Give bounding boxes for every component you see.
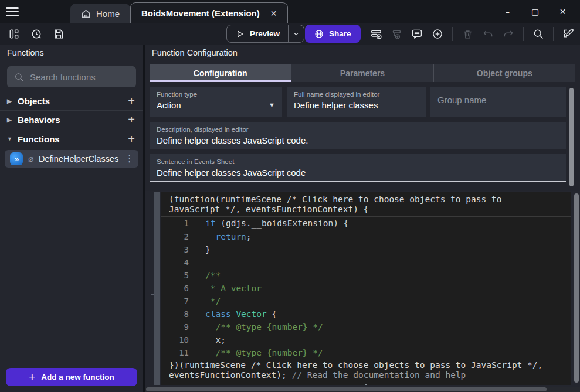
tab-strip: Home BoidsMovement (Extension) ✕: [70, 2, 288, 23]
line-number: 5: [161, 269, 194, 282]
code-line-7[interactable]: 7 */: [161, 295, 571, 308]
function-item-definehelperclasses[interactable]: » ⌀ DefineHelperClasses ⋮: [5, 150, 138, 168]
configuration-form: Function type Action ▼ Full name display…: [150, 87, 575, 189]
preview-dropdown-icon[interactable]: [289, 25, 304, 42]
home-icon: [81, 9, 91, 19]
code-line-5[interactable]: 5/**: [161, 269, 571, 282]
code-line-2[interactable]: 2 return;: [161, 230, 571, 243]
code-line-8[interactable]: 8class Vector {: [161, 308, 571, 321]
sidebar-section-functions[interactable]: ▼ Functions +: [0, 129, 143, 148]
description-field[interactable]: Description, displayed in editor Define …: [150, 122, 566, 149]
plus-icon: +: [29, 371, 35, 384]
tab-active-label: BoidsMovement (Extension): [141, 8, 260, 18]
line-number: 11: [161, 346, 194, 359]
code-line-10[interactable]: 10 x;: [161, 333, 571, 346]
add-new-function-label: Add a new function: [41, 373, 114, 381]
tab-boidsmovement-extension[interactable]: BoidsMovement (Extension) ✕: [130, 2, 288, 23]
toolbar-left-group: [6, 26, 67, 42]
item-overflow-menu-icon[interactable]: ⋮: [124, 154, 135, 164]
sidebar-section-behaviors[interactable]: ▶ Behaviors +: [0, 111, 143, 129]
undo-icon[interactable]: [480, 26, 496, 42]
tab-home[interactable]: Home: [70, 4, 130, 23]
chevron-down-icon[interactable]: ▼: [7, 136, 18, 142]
code-line-4[interactable]: 4: [161, 256, 571, 269]
tab-configuration[interactable]: Configuration: [150, 64, 291, 82]
line-content: return;: [194, 230, 571, 243]
events-vertical-scrollbar[interactable]: [574, 193, 579, 383]
add-object-icon[interactable]: +: [128, 94, 135, 108]
line-content: /** @type {number} */: [194, 346, 571, 359]
function-type-label: Function type: [157, 91, 275, 98]
sidebar-section-objects[interactable]: ▶ Objects +: [0, 92, 143, 111]
share-button[interactable]: Share: [305, 25, 361, 43]
open-project-manager-icon[interactable]: [6, 26, 22, 42]
section-label: Behaviors: [18, 115, 60, 125]
minimize-button[interactable]: –: [494, 0, 521, 23]
code-lines: 1if (gdjs.__boidsExtension) {2 return;3}…: [161, 216, 571, 359]
configuration-tabs: Configuration Parameters Object groups: [150, 64, 575, 82]
add-new-function-button[interactable]: + Add a new function: [6, 368, 137, 386]
globe-icon: [314, 29, 324, 39]
version-history-icon[interactable]: [28, 26, 45, 42]
code-wrapper-bottom[interactable]: })(runtimeScene /* Click here to choose …: [161, 359, 557, 380]
function-type-select[interactable]: Function type Action ▼: [150, 87, 282, 117]
scroll-hint-caret: ^: [161, 383, 571, 385]
js-code-editor[interactable]: (function(runtimeScene /* Click here to …: [161, 192, 571, 385]
tab-parameters[interactable]: Parameters: [291, 64, 433, 82]
event-drag-handle[interactable]: [154, 192, 160, 385]
search-functions-box[interactable]: [7, 66, 136, 87]
code-line-11[interactable]: 11 /** @type {number} */: [161, 346, 571, 359]
private-icon: ⌀: [28, 154, 33, 164]
chevron-right-icon[interactable]: ▶: [7, 98, 18, 104]
line-number: 3: [161, 243, 194, 256]
chevron-right-icon[interactable]: ▶: [7, 117, 18, 123]
maximize-button[interactable]: ▢: [521, 0, 549, 23]
dropdown-arrow-icon[interactable]: ▼: [269, 101, 275, 108]
line-content: if (gdjs.__boidsExtension) {: [194, 217, 571, 230]
preview-button[interactable]: Preview: [226, 25, 304, 43]
toolbar-divider: [553, 27, 554, 41]
group-name-field[interactable]: [430, 87, 566, 117]
share-label: Share: [329, 29, 351, 38]
group-name-input[interactable]: [437, 87, 559, 113]
line-number: 1: [161, 217, 194, 230]
function-configuration-panel: Function Configuration Configuration Par…: [145, 45, 580, 392]
events-horizontal-scrollbar[interactable]: [145, 387, 580, 392]
tab-close-icon[interactable]: ✕: [268, 8, 280, 19]
delete-icon[interactable]: [459, 26, 476, 42]
add-event-icon[interactable]: [368, 26, 384, 42]
save-icon[interactable]: [50, 26, 67, 42]
config-scrollbar[interactable]: [569, 88, 574, 186]
search-functions-input[interactable]: [30, 72, 147, 82]
edit-extension-icon[interactable]: [560, 26, 576, 42]
code-line-6[interactable]: 6 * A vector: [161, 282, 571, 295]
sentence-value: Define helper classes JavaScript code: [157, 168, 559, 178]
line-content: }: [194, 243, 571, 256]
sentence-field[interactable]: Sentence in Events Sheet Define helper c…: [150, 154, 566, 182]
main-menu-icon[interactable]: [6, 5, 21, 18]
code-wrapper-top[interactable]: (function(runtimeScene /* Click here to …: [161, 192, 544, 215]
tab-object-groups[interactable]: Object groups: [434, 64, 575, 82]
add-comment-icon[interactable]: [409, 26, 425, 42]
full-name-field[interactable]: Full name displayed in editor Define hel…: [287, 87, 426, 117]
code-line-1[interactable]: 1if (gdjs.__boidsExtension) {: [161, 216, 571, 230]
add-other-event-icon[interactable]: [429, 26, 446, 42]
description-value: Define helper classes JavaScript code.: [157, 135, 559, 145]
toolbar-divider: [523, 27, 524, 41]
add-function-icon[interactable]: +: [128, 132, 135, 146]
sentence-label: Sentence in Events Sheet: [157, 158, 559, 165]
add-subevent-icon[interactable]: [388, 26, 405, 42]
events-sheet: (function(runtimeScene /* Click here to …: [145, 191, 580, 392]
documentation-link[interactable]: Read the documentation and help: [307, 370, 466, 380]
line-content: */: [194, 295, 571, 308]
function-name: DefineHelperClasses: [39, 154, 118, 163]
sidebar-title: Functions: [0, 45, 143, 60]
preview-button-main[interactable]: Preview: [227, 25, 288, 42]
close-button[interactable]: ✕: [549, 0, 576, 23]
redo-icon[interactable]: [500, 26, 517, 42]
line-number: 4: [161, 256, 194, 269]
code-line-9[interactable]: 9 /** @type {number} */: [161, 321, 571, 333]
search-icon[interactable]: [530, 26, 547, 42]
code-line-3[interactable]: 3}: [161, 243, 571, 256]
add-behavior-icon[interactable]: +: [128, 113, 135, 127]
